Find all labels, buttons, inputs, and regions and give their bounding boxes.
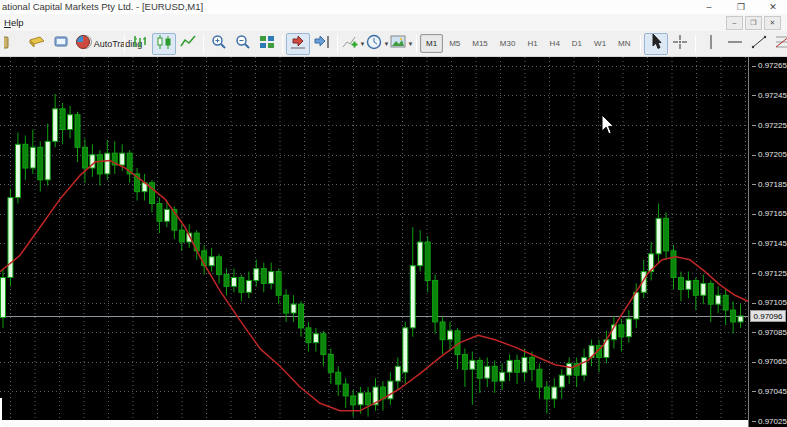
metaeditor-button[interactable] xyxy=(49,33,73,55)
toolbar-separator xyxy=(640,35,641,53)
chart-window: 0.972650.972450.972250.972050.971850.971… xyxy=(0,57,787,427)
horizontal-line-button[interactable] xyxy=(723,33,747,55)
timeframe-button-w1[interactable]: W1 xyxy=(588,34,612,53)
indicators-icon xyxy=(341,33,359,55)
mdi-window-controls: – ❐ ✕ xyxy=(726,16,781,30)
auto-scroll-icon xyxy=(289,33,307,55)
toolbar: AutoTrading▼▼▼M1M5M15M30H1H4D1W1MN1 xyxy=(0,31,787,57)
chart-shift-icon xyxy=(313,33,331,55)
mdi-minimize-button[interactable]: – xyxy=(726,16,743,30)
timeframe-button-d1[interactable]: D1 xyxy=(566,34,588,53)
zoom-out-icon xyxy=(234,33,252,55)
timeframe-button-m1[interactable]: M1 xyxy=(420,34,443,53)
timeframe-button-m5[interactable]: M5 xyxy=(443,34,466,53)
chart-shift-button[interactable] xyxy=(310,33,334,55)
price-axis-label: 0.97045 xyxy=(752,387,787,396)
new-order-icon xyxy=(28,33,46,55)
vertical-line-icon xyxy=(702,33,720,55)
price-axis-label: 0.97225 xyxy=(752,121,787,130)
autotrading-button[interactable]: AutoTrading xyxy=(97,33,121,55)
price-axis-label: 0.97265 xyxy=(752,61,787,70)
toolbar-separator xyxy=(124,35,125,53)
fibonacci-icon xyxy=(774,33,787,55)
auto-scroll-button[interactable] xyxy=(286,33,310,55)
timeframe-button-m15[interactable]: M15 xyxy=(466,34,494,53)
mt4-window: ational Capital Markets Pty Ltd. - [EURU… xyxy=(0,0,787,427)
toolbar-separator xyxy=(203,35,204,53)
bar-chart-icon xyxy=(131,33,149,55)
clipped-button[interactable] xyxy=(1,33,25,55)
price-axis-label: 0.97245 xyxy=(752,91,787,100)
zoom-out-button[interactable] xyxy=(231,33,255,55)
window-title: ational Capital Markets Pty Ltd. - [EURU… xyxy=(2,1,203,12)
menu-bar: Help – ❐ ✕ xyxy=(0,14,787,31)
tile-windows-button[interactable] xyxy=(255,33,279,55)
fibonacci-button[interactable] xyxy=(771,33,787,55)
indicators-button[interactable]: ▼ xyxy=(341,33,365,55)
clipped-icon xyxy=(4,33,22,55)
toolbar-separator xyxy=(282,35,283,53)
title-bar: ational Capital Markets Pty Ltd. - [EURU… xyxy=(0,0,787,14)
metaeditor-icon xyxy=(52,33,70,55)
chart-area[interactable] xyxy=(0,57,749,420)
templates-button[interactable]: ▼ xyxy=(389,33,413,55)
horizontal-line-icon xyxy=(726,33,744,55)
new-order-button[interactable] xyxy=(25,33,49,55)
toolbar-separator xyxy=(337,35,338,53)
price-axis-label: 0.97165 xyxy=(752,209,787,218)
bid-price-tag: 0.97096 xyxy=(750,310,786,322)
price-axis: 0.972650.972450.972250.972050.971850.971… xyxy=(748,57,787,427)
mdi-close-button[interactable]: ✕ xyxy=(764,16,781,30)
candle-chart-icon xyxy=(155,33,173,55)
price-axis-label: 0.97085 xyxy=(752,328,787,337)
cursor-icon xyxy=(647,33,665,55)
timeframe-button-mn[interactable]: MN xyxy=(612,34,636,53)
price-axis-label: 0.97185 xyxy=(752,180,787,189)
timeframe-button-h4[interactable]: H4 xyxy=(544,34,566,53)
price-axis-label: 0.97205 xyxy=(752,150,787,159)
periods-button[interactable]: ▼ xyxy=(365,33,389,55)
vertical-line-button[interactable] xyxy=(699,33,723,55)
chart-bottom-strip xyxy=(0,420,749,427)
bar-chart-button[interactable] xyxy=(128,33,152,55)
zoom-in-button[interactable] xyxy=(207,33,231,55)
line-chart-icon xyxy=(179,33,197,55)
price-axis-label: 0.97145 xyxy=(752,239,787,248)
timeframe-button-m30[interactable]: M30 xyxy=(494,34,522,53)
crosshair-button[interactable] xyxy=(668,33,692,55)
toolbar-separator xyxy=(416,35,417,53)
cursor-button[interactable] xyxy=(644,33,668,55)
chevron-down-icon: ▼ xyxy=(408,41,414,47)
autotrading-icon xyxy=(74,33,92,55)
timeframe-button-h1[interactable]: H1 xyxy=(521,34,543,53)
price-axis-label: 0.97025 xyxy=(752,417,787,426)
toolbar-separator xyxy=(695,35,696,53)
trend-line-button[interactable] xyxy=(747,33,771,55)
zoom-in-icon xyxy=(210,33,228,55)
price-axis-label: 0.97105 xyxy=(752,298,787,307)
line-chart-button[interactable] xyxy=(176,33,200,55)
close-button[interactable]: ✕ xyxy=(767,0,779,14)
periods-icon xyxy=(365,33,383,55)
restore-button[interactable]: ❐ xyxy=(735,0,747,14)
candle-chart-button[interactable] xyxy=(152,33,176,55)
window-controls: – ❐ ✕ xyxy=(703,0,779,14)
mdi-restore-button[interactable]: ❐ xyxy=(745,16,762,30)
window-edge-artifact xyxy=(0,398,2,427)
trend-line-icon xyxy=(750,33,768,55)
minimize-button[interactable]: – xyxy=(703,0,715,14)
templates-icon xyxy=(389,33,407,55)
tile-windows-icon xyxy=(258,33,276,55)
price-axis-label: 0.97065 xyxy=(752,357,787,366)
crosshair-icon xyxy=(671,33,689,55)
price-axis-label: 0.97125 xyxy=(752,269,787,278)
menu-item-help[interactable]: Help xyxy=(0,14,28,31)
